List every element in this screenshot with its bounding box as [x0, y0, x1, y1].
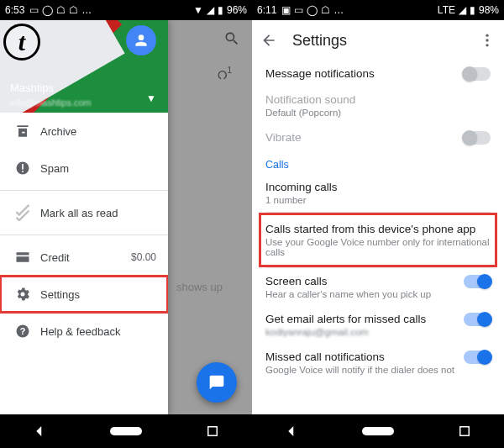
app-body: റ1 shows up Mashtips info@mashtips.com ▼… — [0, 20, 252, 414]
drawer-item-settings[interactable]: Settings — [0, 276, 168, 313]
drawer-item-label: Spam — [34, 162, 156, 175]
overflow-icon[interactable] — [479, 32, 496, 49]
voicemail-icon: ☖ — [56, 4, 66, 16]
setting-title: Message notifications — [265, 67, 491, 80]
setting-subtitle: Default (Popcorn) — [265, 108, 491, 118]
recents-icon[interactable] — [205, 424, 220, 439]
voicemail-icon: ☖ — [321, 4, 330, 16]
more-icon: … — [81, 4, 92, 16]
voicemail-icon: ☖ — [69, 4, 78, 16]
drawer-item-spam[interactable]: Spam — [0, 150, 168, 187]
wifi-icon: ▼ — [193, 4, 203, 16]
phone-right: 6:11 ▣ ▭ ◯ ☖ … LTE ◢ ▮ 98% Settings Mess… — [252, 0, 504, 448]
back-icon[interactable] — [284, 424, 299, 439]
person-icon — [133, 32, 150, 49]
status-bar: 6:11 ▣ ▭ ◯ ☖ … LTE ◢ ▮ 98% — [252, 0, 504, 20]
drawer-item-help[interactable]: ? Help & feedback — [0, 313, 168, 350]
compose-fab[interactable] — [197, 362, 237, 403]
setting-email-alerts[interactable]: Get email alerts for missed calls kodiya… — [265, 306, 491, 344]
credit-icon — [12, 249, 34, 266]
settings-list: Message notifications Notification sound… — [252, 61, 504, 414]
battery-pct: 98% — [479, 4, 499, 16]
watermark: t — [3, 24, 40, 61]
markread-icon — [12, 204, 34, 221]
help-icon: ? — [12, 323, 34, 340]
setting-missed-notifications[interactable]: Missed call notifications Google Voice w… — [265, 344, 491, 382]
svg-rect-2 — [22, 171, 24, 172]
drawer-item-archive[interactable]: Archive — [0, 113, 168, 150]
setting-title: Vibrate — [265, 131, 491, 144]
svg-rect-5 — [208, 427, 218, 436]
toggle — [464, 131, 491, 145]
gear-icon — [12, 286, 34, 303]
drawer-item-label: Credit — [34, 251, 131, 264]
toggle[interactable] — [464, 275, 491, 288]
back-arrow-icon[interactable] — [260, 32, 277, 49]
setting-message-notifications[interactable]: Message notifications — [265, 61, 491, 87]
svg-point-8 — [486, 44, 488, 46]
settings-body: Settings Message notifications Notificat… — [252, 20, 504, 414]
settings-toolbar: Settings — [252, 20, 504, 61]
setting-phone-app-calls[interactable]: Calls started from this device's phone a… — [262, 216, 494, 264]
spam-icon — [12, 160, 34, 177]
network-label: LTE — [438, 4, 455, 16]
drawer-item-label: Settings — [34, 288, 156, 301]
svg-text:?: ? — [20, 326, 26, 336]
setting-title: Screen calls — [265, 275, 491, 287]
svg-point-7 — [486, 39, 488, 41]
recents-icon[interactable] — [457, 424, 472, 439]
status-time: 6:53 — [5, 4, 24, 16]
drawer-item-label: Mark all as read — [34, 207, 156, 219]
home-pill[interactable] — [362, 427, 394, 435]
setting-title: Missed call notifications — [265, 350, 491, 363]
back-icon[interactable] — [32, 424, 47, 439]
setting-subtitle: kodiyanraju@gmail.com — [265, 327, 491, 337]
status-time: 6:11 — [257, 4, 276, 16]
nav-drawer: Mashtips info@mashtips.com ▼ Archive Spa… — [0, 20, 168, 414]
drawer-item-label: Help & feedback — [34, 325, 156, 338]
status-notif-icons: ▣ ▭ ◯ ☖ … — [281, 4, 437, 16]
android-navbar — [0, 414, 252, 448]
account-email: info@mashtips.com — [10, 98, 92, 108]
whatsapp-icon: ◯ — [307, 4, 318, 16]
setting-subtitle: Google Voice will notify if the dialer d… — [265, 365, 491, 375]
setting-title: Get email alerts for missed calls — [265, 313, 491, 325]
drawer-item-credit[interactable]: Credit $0.00 — [0, 239, 168, 276]
battery-icon: ▮ — [218, 4, 223, 16]
setting-title: Incoming calls — [265, 181, 491, 193]
msg-icon: ▭ — [29, 4, 39, 16]
drawer-item-mark-read[interactable]: Mark all as read — [0, 194, 168, 231]
toggle[interactable] — [464, 350, 491, 364]
chat-icon — [208, 374, 225, 391]
archive-icon — [12, 123, 34, 140]
whatsapp-icon: ◯ — [42, 4, 53, 16]
status-notif-icons: ▭ ◯ ☖ ☖ … — [29, 4, 193, 16]
more-icon: … — [333, 4, 344, 16]
svg-rect-9 — [460, 427, 470, 436]
setting-screen-calls[interactable]: Screen calls Hear a caller's name when y… — [265, 268, 491, 306]
status-right-icons: ▼ ◢ ▮ 96% — [193, 4, 247, 16]
setting-title: Notification sound — [265, 93, 491, 106]
drawer-scrim[interactable] — [168, 20, 252, 414]
image-icon: ▣ — [281, 4, 291, 16]
toggle[interactable] — [464, 313, 491, 326]
empty-state-text: shows up — [176, 281, 223, 293]
setting-notification-sound: Notification sound Default (Popcorn) — [265, 87, 491, 124]
svg-point-6 — [486, 34, 488, 37]
avatar[interactable] — [126, 25, 156, 55]
svg-rect-1 — [22, 164, 24, 170]
setting-incoming-calls[interactable]: Incoming calls 1 number — [265, 174, 491, 212]
section-header-calls: Calls — [265, 150, 491, 174]
setting-vibrate: Vibrate — [265, 124, 491, 150]
setting-subtitle: Use your Google Voice number only for in… — [265, 237, 491, 257]
setting-subtitle: 1 number — [265, 195, 491, 205]
signal-icon: ◢ — [459, 4, 466, 16]
home-pill[interactable] — [110, 427, 142, 435]
chevron-down-icon[interactable]: ▼ — [146, 92, 156, 104]
msg-icon: ▭ — [294, 4, 303, 16]
setting-title: Calls started from this device's phone a… — [265, 223, 491, 235]
toggle[interactable] — [464, 67, 491, 81]
battery-icon: ▮ — [470, 4, 475, 16]
setting-subtitle: Hear a caller's name when you pick up — [265, 289, 491, 299]
signal-icon: ◢ — [207, 4, 214, 16]
